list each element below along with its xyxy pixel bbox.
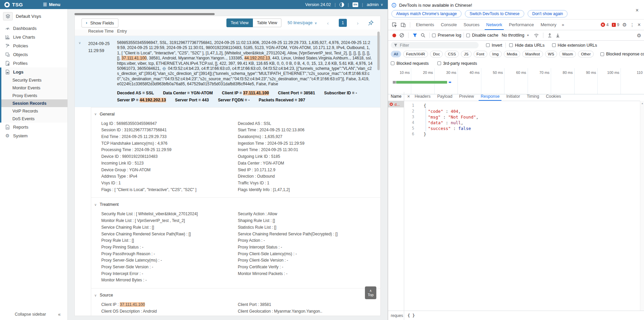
sidebar-item-proxy-events[interactable]: Proxy Events: [1, 92, 67, 99]
sidebar-item-policies[interactable]: Policies: [0, 41, 67, 50]
section-header-treatment[interactable]: ∨Treatment: [91, 198, 380, 211]
log-detail-sections: ∨GeneralLog ID : 569853550345596947Decod…: [91, 107, 380, 316]
sidebar-item-objects[interactable]: Objects: [0, 50, 67, 59]
filter-pill-wasm[interactable]: Wasm: [559, 51, 576, 57]
request-row[interactable]: d...: [388, 101, 404, 107]
filter-icon[interactable]: [411, 33, 419, 38]
panel-tab-preview[interactable]: Preview: [456, 92, 477, 101]
section-header-general[interactable]: ∨General: [91, 107, 380, 121]
collapse-sidebar-button[interactable]: Collapse sidebar «: [0, 312, 67, 317]
throttling-select[interactable]: No throttling ▼: [502, 33, 529, 38]
devtools-tab-performance[interactable]: Performance: [505, 19, 537, 30]
filter-pill-all[interactable]: All: [391, 51, 401, 57]
sidebar-item-reports[interactable]: Reports: [0, 123, 67, 131]
next-page-button[interactable]: ›: [357, 20, 359, 26]
user-menu[interactable]: admin ∨: [367, 2, 383, 7]
error-badge[interactable]: ✕ 4: [601, 22, 609, 27]
close-devtools-icon[interactable]: ×: [638, 22, 641, 28]
format-braces-icon[interactable]: { }: [408, 313, 415, 318]
infobar-button-always-match-chrome-s-language[interactable]: Always match Chrome's language: [391, 10, 462, 17]
filter-pill-media[interactable]: Media: [504, 51, 520, 57]
clear-icon[interactable]: [398, 33, 406, 38]
menu-button[interactable]: ☰ Menu: [43, 2, 60, 7]
response-scrollbar[interactable]: ▲: [640, 101, 644, 311]
sidebar-item-monitor-events[interactable]: Monitor Events: [1, 84, 67, 92]
filter-input[interactable]: Filter: [391, 42, 479, 48]
infobar-button-don-t-show-again[interactable]: Don't show again: [528, 10, 568, 17]
blocked-response-cookies-checkbox[interactable]: Blocked response cookies: [600, 52, 644, 56]
devtools-tab-elements[interactable]: Elements: [413, 19, 437, 30]
import-har-icon[interactable]: [546, 33, 554, 38]
filter-pill-font[interactable]: Font: [474, 51, 487, 57]
close-request-icon[interactable]: ×: [407, 94, 410, 99]
infobar-button-switch-devtools-to-chinese[interactable]: Switch DevTools to Chinese: [465, 10, 524, 17]
panel-tab-response[interactable]: Response: [477, 92, 503, 101]
panel-tab-initiator[interactable]: Initiator: [503, 92, 523, 101]
sidebar-item-security-events[interactable]: Security Events: [1, 76, 67, 84]
collapse-row-icon[interactable]: ∨: [78, 41, 81, 45]
vertical-scrollbar[interactable]: [377, 32, 380, 70]
devtools-tab-console[interactable]: Console: [437, 19, 460, 30]
panel-tab-timing[interactable]: Timing: [523, 92, 542, 101]
sidebar-item-session-records[interactable]: Session Records: [1, 99, 67, 107]
filter-pill-css[interactable]: CSS: [445, 51, 459, 57]
name-column-header[interactable]: Name: [388, 92, 404, 101]
network-conditions-icon[interactable]: [532, 33, 541, 38]
sidebar-item-profiles[interactable]: Profiles: [0, 59, 67, 67]
export-har-icon[interactable]: [554, 33, 562, 38]
filter-pill-img[interactable]: Img: [489, 51, 502, 57]
field-value: -: [145, 278, 147, 282]
show-fields-button[interactable]: › Show Fields: [82, 18, 118, 28]
preserve-log-checkbox[interactable]: Preserve log: [432, 33, 461, 38]
kebab-menu-icon[interactable]: ⋮: [630, 22, 635, 28]
language-icon[interactable]: EN: [353, 2, 358, 7]
table-view-button[interactable]: Table View: [253, 18, 281, 27]
prev-page-button[interactable]: ‹: [327, 20, 329, 26]
hide-extension-urls-checkbox[interactable]: Hide extension URLs: [552, 43, 597, 48]
hide-data-urls-checkbox[interactable]: Hide data URLs: [509, 43, 544, 48]
network-overview-timeline[interactable]: 10 ms20 ms30 ms40 ms50 ms60 ms70 ms80 ms…: [388, 68, 644, 94]
more-tabs-icon[interactable]: »: [560, 22, 566, 27]
record-icon[interactable]: [392, 34, 396, 37]
section-header-source[interactable]: ∨Source: [91, 288, 380, 302]
sidebar-item-dashboards[interactable]: Dashboards: [0, 24, 67, 33]
page-number-button[interactable]: 1: [339, 19, 347, 27]
disable-cache-checkbox[interactable]: Disable cache: [466, 33, 498, 38]
filter-pill-ws[interactable]: WS: [545, 51, 557, 57]
sidebar-item-system[interactable]: ⚙System: [0, 131, 67, 140]
inspect-element-icon[interactable]: [390, 22, 399, 28]
devtools-tab-network[interactable]: Network: [483, 19, 506, 30]
lines-per-page-select[interactable]: 50 lines/page ∨: [287, 20, 317, 25]
devtools-tab-sources[interactable]: Sources: [460, 19, 483, 30]
pin-icon[interactable]: [368, 20, 374, 26]
issues-badge[interactable]: ! 9: [612, 22, 620, 27]
invert-checkbox[interactable]: Invert: [486, 43, 502, 48]
panel-tab-headers[interactable]: Headers: [411, 92, 434, 101]
blocked-requests-checkbox[interactable]: Blocked requests: [391, 61, 429, 66]
panel-tab-cookies[interactable]: Cookies: [542, 92, 564, 101]
sidebar-item-dos-events[interactable]: DoS Events: [1, 115, 67, 123]
search-icon[interactable]: [419, 33, 427, 38]
filter-pill-manifest[interactable]: Manifest: [522, 51, 543, 57]
sidebar-item-voip-records[interactable]: VoIP Records: [1, 107, 67, 115]
filter-pill-fetch-xhr[interactable]: Fetch/XHR: [403, 51, 428, 57]
close-icon[interactable]: ×: [636, 7, 639, 13]
filter-pill-doc[interactable]: Doc: [430, 51, 443, 57]
sidebar-item-logs[interactable]: Logs: [1, 67, 67, 76]
text-view-button[interactable]: Text View: [226, 18, 253, 27]
network-settings-gear-icon[interactable]: ⚙: [637, 33, 641, 38]
devtools-tab-memory[interactable]: Memory: [537, 19, 560, 30]
filter-pill-other[interactable]: Other: [578, 51, 594, 57]
log-row-expanded[interactable]: ∨ 2024-09-25 11:29:59 569853550345596947…: [75, 36, 380, 107]
filter-pill-js[interactable]: JS: [461, 51, 471, 57]
device-toolbar-icon[interactable]: [399, 22, 408, 28]
settings-gear-icon[interactable]: ⚙: [622, 22, 627, 27]
third-party-requests-checkbox[interactable]: 3rd-party requests: [437, 61, 477, 66]
sidebar-item-label: Logs: [13, 70, 23, 75]
theme-toggle-icon[interactable]: [339, 2, 344, 7]
sidebar-item-live-charts[interactable]: Live Charts: [0, 33, 67, 41]
back-to-top-button[interactable]: ∧ Top: [365, 286, 376, 299]
vsys-selector[interactable]: Default Vsys: [3, 12, 67, 20]
panel-tab-payload[interactable]: Payload: [434, 92, 455, 101]
horizontal-scrollbar[interactable]: [74, 13, 215, 15]
